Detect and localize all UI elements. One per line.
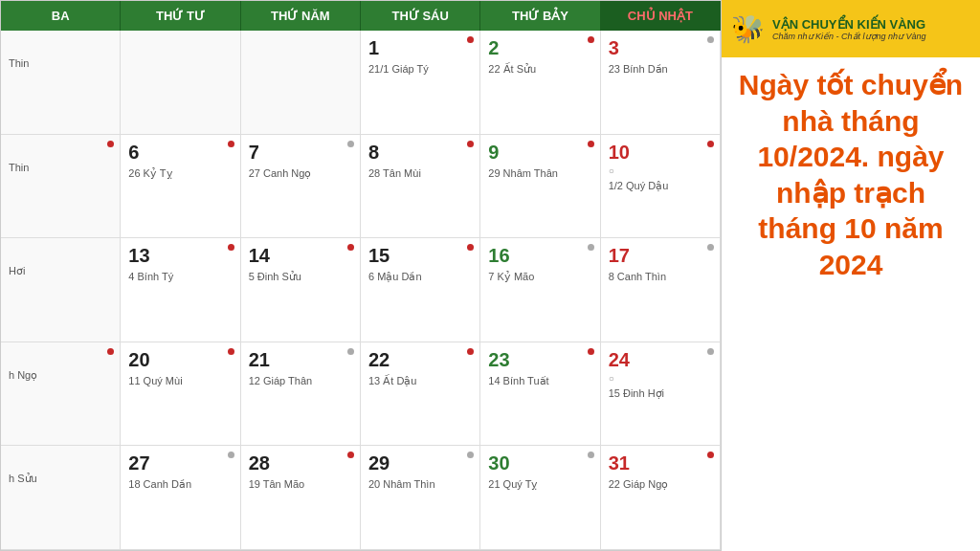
cell-lunar: 14 Bính Tuất xyxy=(488,375,591,387)
cell-lunar: 22 Giáp Ngọ xyxy=(609,478,712,491)
cell-dot xyxy=(588,36,594,43)
cell-lunar: 18 Canh Dần xyxy=(128,478,232,491)
logo-subtitle: Chăm như Kiến - Chất lượng như Vàng xyxy=(772,32,926,41)
col-header-thứ-bảy: THỨ BẢY xyxy=(480,1,600,31)
cell-dot xyxy=(707,244,714,251)
cell-lunar: 6 Mậu Dần xyxy=(368,271,472,283)
cell-day: 29 xyxy=(368,452,472,474)
cell-dot xyxy=(467,244,474,251)
cell-r3c5: 24○15 Đinh Hợi xyxy=(601,342,721,447)
col-header-thứ-sáu: THỨ SÁU xyxy=(361,1,480,31)
col-header-thứ-năm: THỨ NĂM xyxy=(241,1,361,31)
cell-lunar: 13 Ất Dậu xyxy=(368,375,472,387)
cell-r1c3: 828 Tân Mùi xyxy=(361,135,480,239)
cell-r4c3: 2920 Nhâm Thìn xyxy=(361,446,480,550)
cell-day: 6 xyxy=(128,141,232,164)
cell-r0c3: 121/1 Giáp Tý xyxy=(361,31,480,135)
cell-lunar: 15 Đinh Hợi xyxy=(609,387,712,400)
cell-r4c5: 3122 Giáp Ngọ xyxy=(601,446,721,550)
cell-dot xyxy=(228,452,234,458)
cell-r2c4: 167 Kỷ Mão xyxy=(480,238,600,342)
cell-r2c1: 134 Bính Tý xyxy=(121,238,240,342)
cell-r2c5: 178 Canh Thìn xyxy=(601,238,721,342)
cell-dot xyxy=(707,348,714,355)
sidebar: 🐝 Vận Chuyển Kiến Vàng Chăm như Kiến - C… xyxy=(722,0,980,551)
cell-day: 24 xyxy=(609,348,712,371)
cell-lunar: 28 Tân Mùi xyxy=(368,167,472,179)
logo-title: Vận Chuyển Kiến Vàng xyxy=(772,17,926,32)
cell-day: 16 xyxy=(488,244,591,267)
cell-r3c2: 2112 Giáp Thân xyxy=(241,342,361,447)
cell-r0c5: 323 Bính Dần xyxy=(601,31,721,135)
cell-r0c0: Thin xyxy=(1,31,121,135)
col-header-ba: BA xyxy=(1,1,121,31)
cell-day: 2 xyxy=(488,36,591,59)
dot xyxy=(107,141,114,147)
cell-day: 3 xyxy=(609,36,712,59)
cell-lunar: 19 Tân Mão xyxy=(249,478,352,490)
cell-lunar: 27 Canh Ngọ xyxy=(249,167,352,180)
cell-lunar: 5 Đinh Sửu xyxy=(249,271,352,283)
cell-day: 21 xyxy=(249,348,352,371)
cell-lunar: 11 Quý Mùi xyxy=(128,375,232,386)
cell-dot xyxy=(467,348,474,355)
cell-dot xyxy=(347,141,354,147)
cell-r4c0: h Sửu xyxy=(1,446,121,550)
cell-r3c1: 2011 Quý Mùi xyxy=(121,342,240,447)
cell-day: 20 xyxy=(128,348,232,371)
cell-r2c3: 156 Mậu Dần xyxy=(361,238,480,342)
cell-day: 17 xyxy=(609,244,712,267)
cell-r1c4: 929 Nhâm Thân xyxy=(480,135,600,239)
cell-dot xyxy=(707,141,714,147)
cell-r3c3: 2213 Ất Dậu xyxy=(361,342,480,447)
cell-lunar: 26 Kỷ Tỵ xyxy=(128,167,232,180)
cell-r2c2: 145 Đinh Sửu xyxy=(241,238,361,342)
cell-dot xyxy=(588,452,594,458)
cell-r4c1: 2718 Canh Dần xyxy=(121,446,240,550)
cell-r3c0: h Ngọ xyxy=(1,342,121,447)
cell-dot xyxy=(347,452,354,458)
cell-r3c4: 2314 Bính Tuất xyxy=(480,342,600,447)
cell-lunar: 23 Bính Dần xyxy=(609,63,712,76)
cell-day: 9 xyxy=(488,141,591,164)
cell-dot xyxy=(467,452,474,458)
calendar-header: BATHỨ TƯTHỨ NĂMTHỨ SÁUTHỨ BẢYCHỦ NHẬT xyxy=(1,1,721,31)
partial-label: Hơi xyxy=(9,265,112,277)
promo-text: Ngày tốt chuyển nhà tháng 10/2024. ngày … xyxy=(735,67,967,282)
cell-lunar: 8 Canh Thìn xyxy=(609,271,712,282)
cell-day: 23 xyxy=(488,348,591,371)
cell-r2c0: Hơi xyxy=(1,238,121,342)
cell-dot xyxy=(228,141,234,147)
cell-lunar: 20 Nhâm Thìn xyxy=(368,478,472,490)
cell-r4c4: 3021 Quý Tỵ xyxy=(480,446,600,550)
calendar-body: Thin121/1 Giáp Tý222 Ất Sửu323 Bính DầnT… xyxy=(1,31,721,550)
cell-day: 14 xyxy=(249,244,352,267)
cell-r0c2 xyxy=(241,31,361,135)
cell-day: 1 xyxy=(368,36,472,59)
col-header-thứ-tư: THỨ TƯ xyxy=(121,1,240,31)
cell-lunar: 1/2 Quý Dậu xyxy=(609,180,712,192)
cell-day: 31 xyxy=(609,452,712,474)
cell-dot xyxy=(228,244,234,251)
cell-dot xyxy=(467,141,474,147)
cell-lunar: 21/1 Giáp Tý xyxy=(368,63,472,75)
cell-dot xyxy=(347,348,354,355)
partial-label: Thin xyxy=(9,162,112,173)
cell-dot xyxy=(707,452,714,458)
cell-day: 27 xyxy=(128,452,232,474)
cell-day: 10 xyxy=(609,141,712,164)
cell-dot xyxy=(228,348,234,355)
cell-day: 7 xyxy=(249,141,352,164)
cell-day: 28 xyxy=(249,452,352,474)
logo-bar: 🐝 Vận Chuyển Kiến Vàng Chăm như Kiến - C… xyxy=(722,0,980,57)
cell-day: 15 xyxy=(368,244,472,267)
partial-label: h Ngọ xyxy=(9,369,112,382)
cell-dot xyxy=(707,36,714,43)
cell-r1c1: 626 Kỷ Tỵ xyxy=(121,135,240,239)
cell-dot xyxy=(588,244,594,251)
col-header-chủ-nhật: CHỦ NHẬT xyxy=(601,1,721,31)
cell-lunar: 12 Giáp Thân xyxy=(249,375,352,386)
cell-r1c5: 10○1/2 Quý Dậu xyxy=(601,135,721,239)
cell-dot xyxy=(588,141,594,147)
cell-lunar: 29 Nhâm Thân xyxy=(488,167,591,179)
